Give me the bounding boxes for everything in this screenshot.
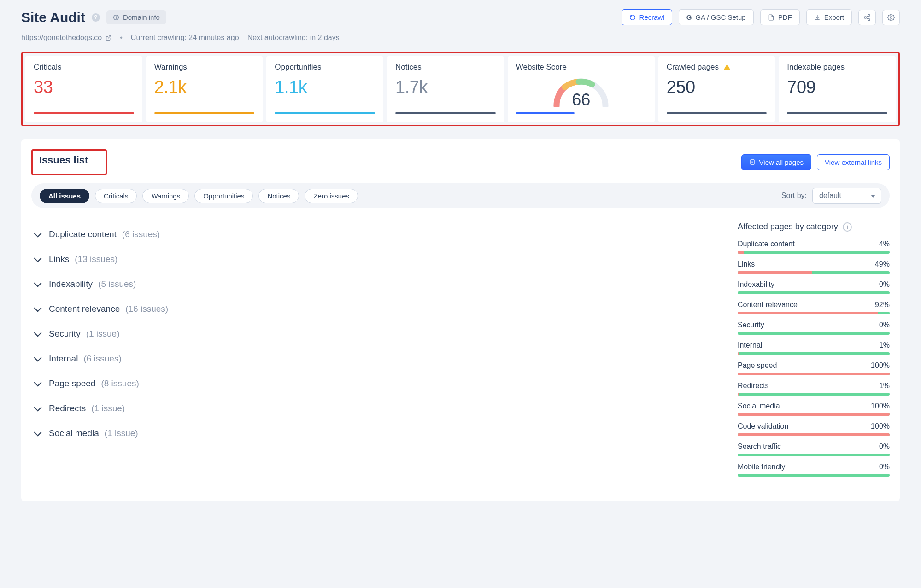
issue-category-row[interactable]: Social media (1 issue) [35,421,717,446]
issue-category-count: (1 issue) [105,428,138,438]
affected-row-bar [738,454,890,456]
affected-row-name: Security [738,321,764,329]
warning-triangle-icon [723,64,731,70]
warnings-value: 2.1k [154,77,255,97]
affected-row-name: Redirects [738,382,769,390]
chevron-down-icon [34,429,42,437]
affected-row-name: Mobile friendly [738,463,785,471]
issue-category-row[interactable]: Indexability (5 issues) [35,272,717,297]
card-underline [667,112,767,114]
crawled-pages-card[interactable]: Crawled pages 250 [658,56,775,122]
affected-row-bar [738,352,890,355]
indexable-pages-card[interactable]: Indexable pages 709 [779,56,896,122]
affected-row: Code validation100% [738,422,890,436]
download-icon [814,14,821,21]
separator-dot: • [120,34,123,42]
affected-row: Content relevance92% [738,301,890,314]
domain-info-chip[interactable]: Domain info [106,10,166,24]
issue-filter-bar: All issues Criticals Warnings Opportunit… [31,183,890,208]
issues-title-highlight: Issues list [31,149,107,175]
svg-line-6 [866,16,868,17]
ga-gsc-button[interactable]: G GA / GSC Setup [679,9,754,25]
filter-warnings[interactable]: Warnings [142,189,189,203]
external-link-icon [106,35,111,41]
affected-row-bar [738,291,890,294]
info-icon[interactable]: i [843,222,852,232]
affected-row-bar [738,271,890,274]
issue-category-name: Indexability [49,279,93,289]
filter-opportunities[interactable]: Opportunities [194,189,253,203]
affected-row-bar [738,474,890,477]
issue-category-row[interactable]: Duplicate content (6 issues) [35,222,717,247]
subheader: https://gonetothedogs.co • Current crawl… [21,34,900,42]
svg-point-2 [116,16,116,16]
affected-row-bar [738,373,890,375]
filter-all-issues[interactable]: All issues [40,189,89,203]
affected-pages-panel: Affected pages by category i Duplicate c… [738,222,890,483]
filter-notices[interactable]: Notices [258,189,299,203]
opportunities-value: 1.1k [275,77,375,97]
score-gauge: 66 [516,77,646,110]
issue-category-row[interactable]: Page speed (8 issues) [35,371,717,396]
crawled-value: 250 [667,77,767,97]
view-external-links-button[interactable]: View external links [817,154,890,170]
affected-row: Links49% [738,260,890,274]
affected-row-name: Content relevance [738,301,798,309]
website-score-card[interactable]: Website Score 66 [508,56,655,122]
chevron-down-icon [34,279,42,287]
issue-category-name: Links [49,254,69,264]
issue-category-name: Social media [49,428,99,438]
criticals-value: 33 [34,77,134,97]
export-button[interactable]: Export [806,9,852,25]
issue-category-count: (5 issues) [98,279,136,289]
issue-category-row[interactable]: Security (1 issue) [35,321,717,346]
affected-row-name: Page speed [738,361,777,370]
issue-category-count: (13 issues) [75,254,117,264]
filter-criticals[interactable]: Criticals [95,189,137,203]
svg-point-4 [864,17,866,18]
recrawl-icon [629,14,636,21]
affected-row-bar [738,413,890,416]
svg-point-5 [868,18,870,20]
criticals-label: Criticals [34,63,134,72]
view-all-pages-button[interactable]: View all pages [741,154,811,170]
issue-category-row[interactable]: Redirects (1 issue) [35,396,717,421]
chevron-down-icon [34,379,42,387]
card-underline [395,112,496,114]
notices-label: Notices [395,63,496,72]
next-autocrawl-text: Next autocrawling: in 2 days [247,34,340,42]
card-underline [516,112,575,114]
affected-row: Redirects1% [738,382,890,396]
issue-category-row[interactable]: Links (13 issues) [35,247,717,272]
svg-point-8 [890,17,892,18]
help-icon[interactable]: ? [92,13,100,22]
share-button[interactable] [858,10,876,25]
issue-category-count: (8 issues) [101,378,139,389]
gear-icon [887,14,895,21]
chevron-down-icon [34,404,42,412]
recrawl-button[interactable]: Recrawl [622,9,672,25]
opportunities-label: Opportunities [275,63,375,72]
affected-row-pct: 100% [871,361,890,370]
sort-select[interactable]: default [812,188,881,204]
site-url-link[interactable]: https://gonetothedogs.co [21,34,111,42]
affected-row-name: Indexability [738,280,774,289]
affected-row: Mobile friendly0% [738,463,890,477]
settings-button[interactable] [882,10,900,25]
affected-row-bar [738,332,890,335]
notices-value: 1.7k [395,77,496,97]
issue-category-count: (6 issues) [83,354,121,364]
issue-category-row[interactable]: Content relevance (16 issues) [35,297,717,321]
pdf-button[interactable]: PDF [760,9,800,25]
opportunities-card[interactable]: Opportunities 1.1k [266,56,383,122]
affected-row: Page speed100% [738,361,890,375]
affected-row-pct: 0% [879,280,890,289]
issue-category-row[interactable]: Internal (6 issues) [35,346,717,371]
affected-row-name: Social media [738,402,780,410]
filter-zero-issues[interactable]: Zero issues [305,189,358,203]
notices-card[interactable]: Notices 1.7k [387,56,504,122]
warnings-card[interactable]: Warnings 2.1k [146,56,263,122]
criticals-card[interactable]: Criticals 33 [25,56,142,122]
google-icon: G [686,13,692,21]
share-icon [863,14,871,21]
